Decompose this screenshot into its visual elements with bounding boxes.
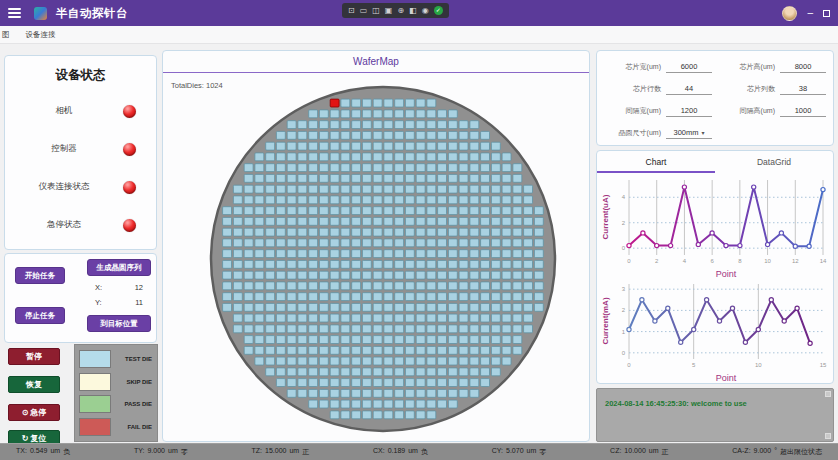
current-die[interactable] — [330, 99, 339, 107]
die[interactable] — [223, 303, 232, 311]
die[interactable] — [502, 293, 511, 301]
die[interactable] — [287, 346, 296, 354]
die[interactable] — [266, 303, 275, 311]
die[interactable] — [513, 325, 522, 333]
die[interactable] — [427, 293, 436, 301]
die[interactable] — [405, 121, 414, 129]
die[interactable] — [298, 379, 307, 387]
die[interactable] — [448, 325, 457, 333]
die[interactable] — [459, 260, 468, 268]
die[interactable] — [416, 260, 425, 268]
die[interactable] — [438, 282, 447, 290]
parameter-input[interactable]: 38 — [780, 84, 826, 95]
die[interactable] — [373, 346, 382, 354]
die[interactable] — [298, 325, 307, 333]
die[interactable] — [459, 250, 468, 258]
die[interactable] — [373, 228, 382, 236]
die[interactable] — [341, 271, 350, 279]
die[interactable] — [276, 271, 285, 279]
die[interactable] — [287, 379, 296, 387]
die[interactable] — [438, 314, 447, 322]
die[interactable] — [298, 293, 307, 301]
die[interactable] — [459, 379, 468, 387]
die[interactable] — [298, 303, 307, 311]
die[interactable] — [319, 153, 328, 161]
die[interactable] — [438, 153, 447, 161]
die[interactable] — [362, 121, 371, 129]
die[interactable] — [384, 131, 393, 139]
die[interactable] — [448, 400, 457, 408]
die[interactable] — [438, 207, 447, 215]
die[interactable] — [341, 368, 350, 376]
die[interactable] — [362, 346, 371, 354]
die[interactable] — [513, 282, 522, 290]
die[interactable] — [395, 325, 404, 333]
die[interactable] — [481, 142, 490, 150]
die[interactable] — [448, 389, 457, 397]
die[interactable] — [373, 379, 382, 387]
die[interactable] — [255, 303, 264, 311]
die[interactable] — [352, 260, 361, 268]
die[interactable] — [384, 164, 393, 172]
die[interactable] — [384, 260, 393, 268]
die[interactable] — [298, 336, 307, 344]
die[interactable] — [448, 121, 457, 129]
wafer-map[interactable] — [163, 51, 591, 443]
die[interactable] — [524, 239, 533, 247]
die[interactable] — [491, 217, 500, 225]
die[interactable] — [395, 400, 404, 408]
die[interactable] — [448, 336, 457, 344]
die[interactable] — [362, 207, 371, 215]
die[interactable] — [427, 174, 436, 182]
die[interactable] — [373, 239, 382, 247]
die[interactable] — [276, 346, 285, 354]
die[interactable] — [470, 228, 479, 236]
die[interactable] — [405, 174, 414, 182]
die[interactable] — [416, 314, 425, 322]
die[interactable] — [319, 142, 328, 150]
die[interactable] — [287, 260, 296, 268]
die[interactable] — [287, 142, 296, 150]
die[interactable] — [459, 153, 468, 161]
die[interactable] — [233, 260, 242, 268]
die[interactable] — [502, 357, 511, 365]
die[interactable] — [341, 411, 350, 419]
die[interactable] — [395, 164, 404, 172]
die[interactable] — [481, 271, 490, 279]
die[interactable] — [395, 346, 404, 354]
die[interactable] — [352, 174, 361, 182]
die[interactable] — [534, 239, 543, 247]
die[interactable] — [266, 174, 275, 182]
die[interactable] — [513, 228, 522, 236]
die[interactable] — [255, 271, 264, 279]
die[interactable] — [319, 400, 328, 408]
die[interactable] — [524, 271, 533, 279]
die[interactable] — [309, 346, 318, 354]
die[interactable] — [276, 207, 285, 215]
die[interactable] — [438, 142, 447, 150]
die[interactable] — [513, 336, 522, 344]
die[interactable] — [341, 314, 350, 322]
die[interactable] — [341, 142, 350, 150]
die[interactable] — [330, 357, 339, 365]
die[interactable] — [502, 303, 511, 311]
die[interactable] — [330, 196, 339, 204]
die[interactable] — [319, 164, 328, 172]
die[interactable] — [448, 239, 457, 247]
die[interactable] — [427, 336, 436, 344]
die[interactable] — [481, 346, 490, 354]
die[interactable] — [491, 357, 500, 365]
die[interactable] — [373, 99, 382, 107]
die[interactable] — [223, 271, 232, 279]
die[interactable] — [416, 357, 425, 365]
overlay-toolbar[interactable]: ⊡▭◫▣⊕◧◉✓ — [342, 3, 449, 18]
die[interactable] — [416, 131, 425, 139]
die[interactable] — [319, 336, 328, 344]
die[interactable] — [405, 228, 414, 236]
die[interactable] — [233, 207, 242, 215]
die[interactable] — [276, 303, 285, 311]
die[interactable] — [405, 368, 414, 376]
die[interactable] — [395, 389, 404, 397]
die[interactable] — [405, 99, 414, 107]
die[interactable] — [459, 228, 468, 236]
